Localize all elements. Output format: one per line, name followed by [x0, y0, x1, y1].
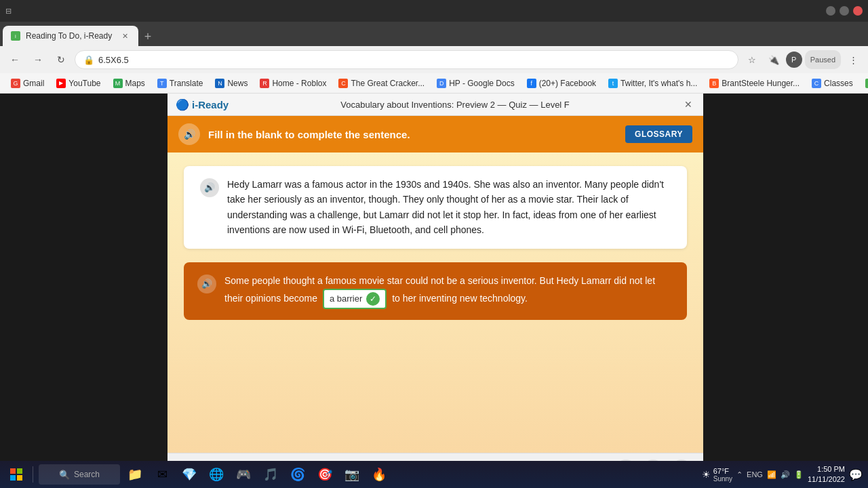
mail-icon: ✉: [157, 467, 167, 482]
back-button[interactable]: ←: [5, 50, 24, 69]
passage-text: Hedy Lamarr was a famous actor in the 19…: [227, 177, 671, 238]
bookmark-twitter-label: Twitter, It's what's h...: [620, 79, 697, 88]
taskbar-app-8[interactable]: 🎯: [313, 462, 337, 487]
network-icon: 📶: [767, 470, 776, 479]
bookmark-gmail[interactable]: G Gmail: [5, 77, 50, 89]
bookmark-star-icon[interactable]: ☆: [743, 50, 762, 69]
iready-header: 🔵 i-Ready Vocabulary about Inventions: P…: [167, 94, 703, 116]
earth-icon: 🌐: [209, 467, 224, 482]
fire-icon: 🔥: [372, 467, 387, 482]
classes-icon: C: [812, 79, 821, 88]
instruction-sound-button[interactable]: 🔊: [178, 123, 200, 145]
bookmark-gmail-label: Gmail: [23, 79, 44, 88]
search-icon: 🔍: [59, 470, 70, 480]
bookmark-translate-label: Translate: [170, 79, 203, 88]
instruction-text: Fill in the blank to complete the senten…: [208, 129, 617, 140]
taskbar-app-4[interactable]: 🌐: [204, 462, 229, 487]
taskbar-mail[interactable]: ✉: [150, 462, 174, 487]
address-bar[interactable]: 🔒 6.5X6.5: [75, 50, 738, 69]
chevron-up-icon[interactable]: ⌃: [736, 470, 743, 479]
bookmark-cracker[interactable]: C The Great Cracker...: [333, 77, 430, 89]
bookmark-docs[interactable]: D HP - Google Docs: [431, 77, 520, 89]
svg-rect-3: [17, 475, 22, 481]
camera-icon: 📷: [344, 467, 359, 482]
tab-title: Reading To Do, i-Ready: [26, 31, 112, 41]
translate-icon: T: [157, 79, 167, 88]
svg-rect-2: [10, 475, 16, 481]
extension-icon[interactable]: 🔌: [764, 50, 783, 69]
taskbar-app-3[interactable]: 💎: [177, 462, 201, 487]
bookmark-twitter[interactable]: t Twitter, It's what's h...: [603, 77, 703, 89]
music-icon: 🎵: [263, 467, 278, 482]
close-btn[interactable]: [853, 6, 863, 16]
forward-button[interactable]: →: [28, 50, 47, 69]
passage-box: 🔊 Hedy Lamarr was a famous actor in the …: [184, 166, 687, 249]
taskbar-file-explorer[interactable]: 📁: [123, 462, 147, 487]
speaker-icon: 🔊: [184, 129, 195, 140]
weather-widget: ☀ 67°F Sunny: [702, 467, 732, 483]
news-icon: N: [215, 79, 224, 88]
taskbar-app-10[interactable]: 🔥: [367, 462, 391, 487]
nav-icons: ☆ 🔌 P Paused ⋮: [743, 50, 863, 69]
taskbar: 🔍 Search 📁 ✉ 💎 🌐 🎮 🎵 🌀 🎯 📷 🔥 ☀ 67°F Sunn…: [0, 461, 868, 488]
tab-favicon: i: [11, 31, 20, 41]
active-tab[interactable]: i Reading To Do, i-Ready ✕: [3, 26, 138, 46]
bransteele-icon: B: [709, 79, 719, 88]
bookmark-classes-label: Classes: [824, 79, 853, 88]
iready-close-btn[interactable]: ✕: [682, 98, 695, 111]
question-speaker-icon: 🔊: [201, 277, 212, 291]
taskbar-search[interactable]: 🔍 Search: [39, 464, 120, 485]
bookmark-news[interactable]: N News: [210, 77, 253, 89]
sys-tray: ⌃ ENG 📶 🔊 🔋: [736, 470, 804, 479]
iready-panel: 🔵 i-Ready Vocabulary about Inventions: P…: [167, 94, 703, 487]
answer-check-icon: ✓: [366, 292, 380, 306]
new-tab-button[interactable]: +: [138, 27, 157, 46]
answer-field[interactable]: a barrier ✓: [323, 289, 387, 309]
bookmark-roblox-label: Home - Roblox: [272, 79, 326, 88]
taskbar-app-6[interactable]: 🎵: [258, 462, 283, 487]
reload-button[interactable]: ↻: [52, 50, 71, 69]
sun-icon: ☀: [702, 469, 711, 480]
bookmark-news-label: News: [227, 79, 248, 88]
bookmark-roblox[interactable]: R Home - Roblox: [254, 77, 332, 89]
taskbar-separator-1: [33, 466, 33, 483]
bookmark-docs-label: HP - Google Docs: [449, 79, 515, 88]
menu-icon[interactable]: ⋮: [844, 50, 863, 69]
bookmark-bransteele[interactable]: B BrantSteele Hunger...: [704, 77, 805, 89]
bookmark-youtube-label: YouTube: [68, 79, 100, 88]
bookmark-classes[interactable]: C Classes: [806, 77, 859, 89]
bookmarks-bar: G Gmail ▶ YouTube M Maps T Translate N N…: [0, 73, 868, 94]
bookmark-math[interactable]: i Math To Do, i-Ready: [860, 77, 868, 89]
taskbar-app-5[interactable]: 🎮: [231, 462, 256, 487]
docs-icon: D: [437, 79, 446, 88]
glossary-button[interactable]: GLOSSARY: [625, 125, 692, 143]
bookmark-facebook-label: (20+) Facebook: [539, 79, 596, 88]
checkmark-icon: ✓: [370, 292, 376, 306]
bookmark-translate[interactable]: T Translate: [152, 77, 209, 89]
maximize-btn[interactable]: [840, 6, 849, 16]
date: 11/11/2022: [808, 474, 845, 485]
bookmark-maps[interactable]: M Maps: [108, 77, 151, 89]
start-button[interactable]: [5, 464, 27, 485]
gmail-icon: G: [11, 79, 20, 88]
nav-bar: ← → ↻ 🔒 6.5X6.5 ☆ 🔌 P Paused ⋮: [0, 46, 868, 73]
instruction-bar: 🔊 Fill in the blank to complete the sent…: [167, 116, 703, 152]
bookmark-facebook[interactable]: f (20+) Facebook: [521, 77, 601, 89]
window-controls-left: ⊟: [5, 7, 12, 16]
passage-speaker-icon: 🔊: [204, 181, 215, 195]
tab-close-btn[interactable]: ✕: [119, 30, 130, 41]
bookmark-youtube[interactable]: ▶ YouTube: [51, 77, 106, 89]
notification-btn[interactable]: 💬: [849, 468, 863, 481]
question-sound-button[interactable]: 🔊: [197, 274, 216, 293]
clock[interactable]: 1:50 PM 11/11/2022: [808, 464, 845, 485]
pinwheel-icon: 🎯: [317, 467, 332, 482]
minimize-btn[interactable]: [826, 6, 835, 16]
youtube-icon: ▶: [56, 79, 66, 88]
taskbar-app-7[interactable]: 🌀: [285, 462, 310, 487]
taskbar-right: ☀ 67°F Sunny ⌃ ENG 📶 🔊 🔋 1:50 PM 11/11/2…: [702, 464, 863, 485]
gem-icon: 💎: [182, 467, 197, 482]
passage-sound-button[interactable]: 🔊: [200, 178, 219, 197]
volume-icon[interactable]: 🔊: [781, 470, 790, 479]
profile-icon[interactable]: P: [786, 52, 802, 68]
taskbar-app-9[interactable]: 📷: [340, 462, 364, 487]
